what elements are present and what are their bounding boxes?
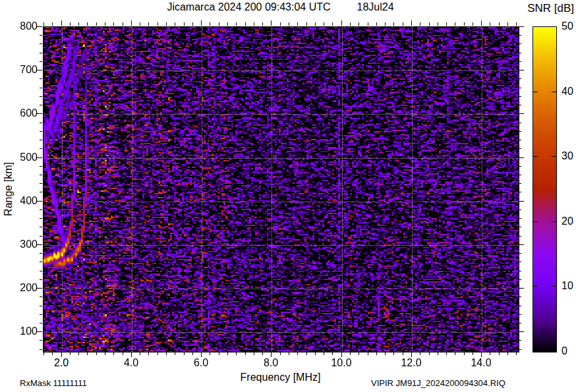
- x-minor-tick: [184, 352, 185, 355]
- colorbar-tick-label: 0: [562, 345, 576, 357]
- x-minor-tick: [332, 22, 333, 26]
- y-minor-tick: [519, 279, 521, 280]
- y-minor-tick: [40, 123, 42, 123]
- plot-header: Jicamarca 2024 200 09:43:04 UTC18Jul24: [43, 1, 518, 13]
- x-minor-tick: [192, 352, 193, 355]
- y-minor-tick: [40, 78, 42, 79]
- x-major-tick: [341, 352, 342, 357]
- x-minor-tick: [148, 22, 149, 26]
- y-minor-tick: [40, 61, 42, 62]
- y-major-tick: [37, 26, 42, 27]
- x-minor-tick: [499, 22, 500, 26]
- y-minor-tick: [519, 78, 521, 79]
- y-tick-label: 800: [9, 20, 38, 32]
- x-minor-tick: [113, 352, 114, 355]
- x-minor-tick: [446, 352, 447, 355]
- y-minor-tick: [40, 105, 42, 105]
- x-minor-tick: [420, 352, 420, 355]
- y-minor-tick: [519, 131, 521, 132]
- y-major-tick: [37, 288, 42, 289]
- plot-title: Jicamarca 2024 200 09:43:04 UTC: [167, 1, 330, 13]
- y-minor-tick: [40, 253, 42, 254]
- y-minor-tick: [519, 262, 521, 262]
- y-minor-tick: [40, 175, 42, 175]
- x-minor-tick: [70, 352, 71, 355]
- y-minor-tick: [519, 88, 521, 88]
- y-major-tick: [519, 331, 524, 332]
- x-minor-tick: [289, 352, 289, 355]
- x-minor-tick: [455, 352, 455, 355]
- y-minor-tick: [519, 271, 521, 271]
- x-minor-tick: [123, 22, 123, 26]
- x-minor-tick: [359, 22, 359, 26]
- y-tick-label: 500: [9, 152, 38, 163]
- x-major-tick: [201, 20, 202, 26]
- y-minor-tick: [519, 227, 521, 227]
- colorbar-tick: [533, 221, 538, 222]
- x-minor-tick: [236, 352, 237, 355]
- y-minor-tick: [40, 262, 42, 262]
- y-minor-tick: [519, 148, 521, 149]
- x-minor-tick: [499, 352, 500, 355]
- x-minor-tick: [184, 22, 185, 26]
- x-minor-tick: [192, 22, 193, 26]
- y-minor-tick: [519, 218, 521, 219]
- x-minor-tick: [464, 22, 465, 26]
- y-minor-tick: [519, 306, 521, 306]
- x-major-tick: [201, 352, 202, 357]
- x-minor-tick: [52, 22, 53, 26]
- x-minor-tick: [105, 22, 105, 26]
- x-minor-tick: [175, 352, 175, 355]
- y-major-tick: [519, 26, 524, 27]
- y-tick-label: 100: [9, 325, 38, 337]
- colorbar-title: SNR [dB]: [527, 2, 574, 15]
- x-tick-label: 2.0: [42, 357, 81, 369]
- y-minor-tick: [40, 306, 42, 306]
- x-minor-tick: [306, 352, 307, 355]
- colorbar-tick-label: 40: [562, 86, 576, 98]
- x-minor-tick: [219, 22, 219, 26]
- y-tick-label: 700: [9, 64, 38, 76]
- ionogram-figure: Jicamarca 2024 200 09:43:04 UTC18Jul24 S…: [0, 0, 576, 392]
- y-minor-tick: [40, 131, 42, 132]
- x-minor-tick: [297, 352, 298, 355]
- y-minor-tick: [519, 340, 521, 341]
- y-minor-tick: [40, 192, 42, 192]
- x-major-tick: [411, 352, 412, 357]
- x-major-tick: [131, 352, 132, 357]
- y-minor-tick: [519, 123, 521, 123]
- x-minor-tick: [166, 22, 167, 26]
- x-minor-tick: [262, 22, 263, 26]
- x-minor-tick: [158, 22, 158, 26]
- y-major-tick: [519, 201, 524, 202]
- y-minor-tick: [40, 166, 42, 167]
- x-minor-tick: [385, 22, 386, 26]
- y-minor-tick: [519, 349, 521, 350]
- y-minor-tick: [519, 61, 521, 62]
- colorbar-tick-label: 20: [562, 215, 576, 227]
- x-minor-tick: [262, 352, 263, 355]
- x-minor-tick: [43, 352, 44, 355]
- ionogram-heatmap: [43, 26, 519, 352]
- y-major-tick: [37, 201, 42, 202]
- x-minor-tick: [297, 22, 298, 26]
- x-minor-tick: [368, 352, 368, 355]
- y-minor-tick: [519, 35, 521, 36]
- x-minor-tick: [43, 22, 44, 26]
- x-minor-tick: [254, 352, 254, 355]
- y-minor-tick: [40, 349, 42, 350]
- x-minor-tick: [376, 22, 377, 26]
- x-minor-tick: [306, 22, 307, 26]
- x-minor-tick: [315, 352, 316, 355]
- y-minor-tick: [519, 210, 521, 210]
- x-minor-tick: [210, 352, 210, 355]
- x-minor-tick: [158, 352, 158, 355]
- x-major-tick: [481, 20, 482, 26]
- y-axis-label: Range [km]: [3, 123, 16, 255]
- x-minor-tick: [280, 352, 281, 355]
- colorbar-tick: [533, 286, 538, 287]
- x-tick-label: 4.0: [111, 357, 151, 369]
- y-minor-tick: [40, 340, 42, 341]
- colorbar-tick-label: 30: [562, 150, 576, 162]
- x-minor-tick: [140, 352, 140, 355]
